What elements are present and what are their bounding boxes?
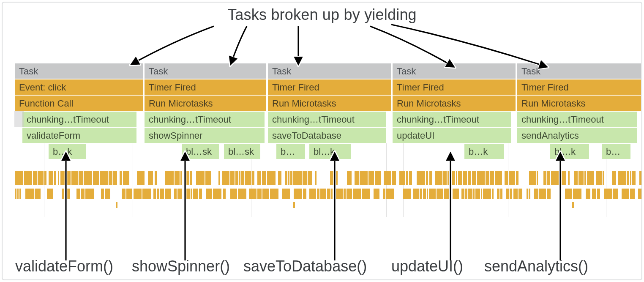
block-entry: bl…sk bbox=[224, 143, 261, 159]
event-entry: Timer Fired bbox=[517, 79, 641, 95]
bottom-label: updateUI() bbox=[391, 257, 463, 275]
block-entry: bl…k bbox=[550, 143, 589, 159]
bottom-label: validateForm() bbox=[15, 257, 113, 275]
block-entry: b… bbox=[276, 143, 306, 159]
row-chunk: chunking…tTimeoutchunking…tTimeoutchunki… bbox=[14, 111, 641, 127]
bottom-label: showSpinner() bbox=[132, 257, 230, 275]
event-entry: Event: click bbox=[14, 79, 143, 95]
event-entry: Timer Fired bbox=[267, 79, 391, 95]
task-entry: Task bbox=[267, 63, 391, 79]
event-entry: Timer Fired bbox=[392, 79, 516, 95]
sliver bbox=[14, 111, 24, 127]
task-entry: Task bbox=[144, 63, 267, 79]
function-entry: validateForm bbox=[22, 127, 137, 143]
chunk-entry: chunking…tTimeout bbox=[22, 111, 137, 127]
microtask-entry: Run Microtasks bbox=[392, 95, 516, 111]
block-entry: bl…k bbox=[309, 143, 351, 159]
row-fn: validateFormshowSpinnersaveToDatabaseupd… bbox=[14, 127, 641, 143]
row-event: Event: clickTimer FiredTimer FiredTimer … bbox=[14, 79, 641, 95]
bottom-label: sendAnalytics() bbox=[484, 257, 588, 275]
function-entry: saveToDatabase bbox=[267, 127, 387, 143]
event-entry: Timer Fired bbox=[144, 79, 267, 95]
flame-chart: TaskTaskTaskTaskTask Event: clickTimer F… bbox=[14, 63, 641, 159]
microtask-entry: Run Microtasks bbox=[267, 95, 391, 111]
chunk-entry: chunking…tTimeout bbox=[392, 111, 511, 127]
frames-minibars bbox=[14, 171, 639, 205]
microtask-entry: Run Microtasks bbox=[144, 95, 267, 111]
chunk-entry: chunking…tTimeout bbox=[267, 111, 387, 127]
chunk-entry: chunking…tTimeout bbox=[517, 111, 638, 127]
block-entry: bl…sk bbox=[181, 143, 219, 159]
block-entry: b… bbox=[601, 143, 631, 159]
function-entry: updateUI bbox=[392, 127, 511, 143]
bottom-label: saveToDatabase() bbox=[243, 257, 367, 275]
block-entry: b…k bbox=[464, 143, 505, 159]
microtask-entry: Run Microtasks bbox=[517, 95, 641, 111]
function-entry: sendAnalytics bbox=[517, 127, 638, 143]
task-entry: Task bbox=[14, 63, 143, 79]
row-block: b…kbl…skbl…skb…bl…kb…kbl…kb… bbox=[14, 143, 641, 159]
row-micro: Function CallRun MicrotasksRun Microtask… bbox=[14, 95, 641, 111]
task-entry: Task bbox=[517, 63, 641, 79]
block-entry: b…k bbox=[48, 143, 86, 159]
row-task: TaskTaskTaskTaskTask bbox=[14, 63, 641, 79]
task-entry: Task bbox=[392, 63, 516, 79]
chunk-entry: chunking…tTimeout bbox=[144, 111, 265, 127]
function-entry: showSpinner bbox=[144, 127, 265, 143]
microtask-entry: Function Call bbox=[14, 95, 143, 111]
diagram-title: Tasks broken up by yielding bbox=[3, 6, 641, 24]
